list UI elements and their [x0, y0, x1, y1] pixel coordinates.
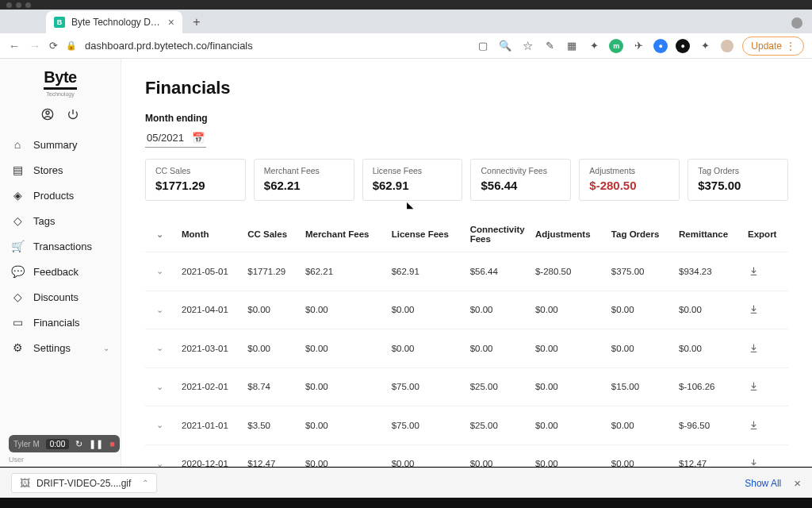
export-button[interactable] — [743, 291, 788, 329]
cell-merch: $0.00 — [301, 329, 387, 368]
cell-merch: $0.00 — [301, 368, 387, 406]
export-button[interactable] — [743, 444, 788, 467]
sidebar-item-settings[interactable]: ⚙Settings⌄ — [0, 335, 121, 360]
cell-conn: $0.00 — [465, 329, 530, 368]
camera-icon[interactable]: ▢ — [476, 39, 490, 53]
ext-badge-dark[interactable]: ● — [676, 39, 690, 53]
sidebar-item-summary[interactable]: ⌂Summary — [0, 132, 121, 157]
stop-icon[interactable]: ■ — [109, 439, 115, 448]
url-text[interactable]: dashboard.prd.bytetech.co/financials — [85, 40, 253, 52]
cell-tag: $0.00 — [607, 444, 674, 467]
sidebar-item-feedback[interactable]: 💬Feedback — [0, 259, 121, 284]
cell-tag: $0.00 — [607, 329, 674, 368]
back-button[interactable]: ← — [8, 39, 21, 52]
expand-row-icon[interactable]: ⌄ — [145, 406, 177, 445]
sidebar-item-stores[interactable]: ▤Stores — [0, 157, 121, 183]
new-tab-button[interactable]: + — [187, 13, 206, 32]
cell-merch: $0.00 — [301, 444, 387, 467]
col-expand[interactable]: ⌄ — [145, 217, 177, 252]
sidebar-item-transactions[interactable]: 🛒Transactions — [0, 233, 121, 259]
cell-conn: $56.44 — [465, 252, 530, 291]
sidebar-item-financials[interactable]: ▭Financials — [0, 310, 121, 335]
cell-month: 2021-03-01 — [177, 329, 243, 368]
cell-adj: $0.00 — [530, 329, 607, 368]
col-remittance[interactable]: Remittance — [674, 217, 743, 252]
screen-recorder[interactable]: Tyler M 0:00 ↻ ❚❚ ■ — [9, 435, 120, 452]
cell-cc: $0.00 — [243, 291, 301, 329]
favicon: B — [54, 17, 65, 28]
ext-icon-1[interactable]: ✎ — [542, 39, 557, 53]
stat-connectivity-fees: Connectivity Fees$56.44 — [470, 159, 571, 201]
cell-rem: $-106.26 — [674, 368, 743, 406]
download-filename: DRIFT-VIDEO-25....gif — [36, 478, 131, 489]
col-connectivity-fees[interactable]: Connectivity Fees — [465, 217, 530, 252]
cell-rem: $12.47 — [674, 444, 743, 467]
chevron-up-icon[interactable]: ⌃ — [142, 479, 148, 487]
expand-row-icon[interactable]: ⌄ — [145, 329, 177, 368]
extensions-icon[interactable]: ✦ — [698, 39, 712, 53]
file-icon: 🖼 — [20, 477, 30, 489]
logo-text: Byte — [44, 68, 76, 90]
download-item[interactable]: 🖼 DRIFT-VIDEO-25....gif ⌃ — [11, 473, 157, 493]
calendar-icon: 📅 — [192, 132, 205, 144]
show-all-downloads[interactable]: Show All — [745, 478, 781, 489]
month-value: 05/2021 — [147, 132, 184, 144]
power-icon[interactable] — [67, 108, 79, 121]
pause-icon[interactable]: ❚❚ — [89, 439, 103, 449]
profile-avatar[interactable] — [791, 17, 802, 29]
traffic-light-max[interactable] — [25, 2, 31, 8]
expand-row-icon[interactable]: ⌄ — [145, 444, 177, 467]
logo: Byte Technology — [0, 59, 121, 102]
cell-cc: $3.50 — [243, 406, 301, 445]
expand-row-icon[interactable]: ⌄ — [145, 368, 177, 406]
col-merchant-fees[interactable]: Merchant Fees — [301, 217, 387, 252]
ext-badge-blue[interactable]: ● — [653, 39, 668, 53]
export-button[interactable] — [743, 368, 788, 406]
tag-icon: ◇ — [11, 214, 24, 227]
col-adjustments[interactable]: Adjustments — [530, 217, 607, 252]
month-picker[interactable]: 05/2021 📅 — [145, 130, 206, 148]
download-icon — [748, 458, 759, 468]
col-license-fees[interactable]: License Fees — [387, 217, 465, 252]
reload-button[interactable]: ⟳ — [49, 40, 58, 52]
traffic-light-min[interactable] — [16, 2, 21, 8]
expand-row-icon[interactable]: ⌄ — [145, 252, 177, 291]
sidebar-item-products[interactable]: ◈Products — [0, 183, 121, 208]
export-button[interactable] — [743, 406, 788, 445]
traffic-light-close[interactable] — [6, 2, 12, 8]
export-button[interactable] — [743, 329, 788, 368]
col-export[interactable]: Export — [743, 217, 788, 252]
ext-icon-3[interactable]: ✦ — [587, 39, 601, 53]
close-tab-icon[interactable]: × — [168, 17, 174, 28]
sidebar-item-tags[interactable]: ◇Tags — [0, 208, 121, 233]
financials-table: ⌄ Month CC Sales Merchant Fees License F… — [145, 217, 788, 467]
stat-license-fees: License Fees$62.91 — [362, 159, 463, 201]
ext-icon-2[interactable]: ▦ — [565, 39, 579, 53]
cart-icon: 🛒 — [11, 240, 24, 252]
restart-icon[interactable]: ↻ — [75, 439, 82, 449]
export-button[interactable] — [743, 252, 788, 291]
cell-lic: $75.00 — [387, 368, 465, 406]
zoom-icon[interactable]: 🔍 — [498, 39, 512, 53]
col-month[interactable]: Month — [177, 217, 243, 252]
sidebar-item-discounts[interactable]: ◇Discounts — [0, 284, 121, 310]
chevron-down-icon: ⌄ — [103, 344, 109, 352]
gear-icon: ⚙ — [11, 341, 24, 354]
cell-merch: $0.00 — [301, 291, 387, 329]
update-button[interactable]: Update ⋮ — [742, 37, 804, 56]
forward-button[interactable]: → — [29, 39, 41, 52]
stat-merchant-fees: Merchant Fees$62.21 — [254, 159, 354, 201]
table-row: ⌄2021-04-01$0.00$0.00$0.00$0.00$0.00$0.0… — [145, 291, 788, 329]
close-download-bar-icon[interactable]: × — [794, 476, 801, 490]
expand-row-icon[interactable]: ⌄ — [145, 291, 177, 329]
ext-badge-green[interactable]: m — [609, 39, 623, 53]
bookmark-star-icon[interactable]: ☆ — [520, 39, 534, 53]
col-tag-orders[interactable]: Tag Orders — [607, 217, 674, 252]
browser-tab[interactable]: B Byte Technology Dashboard × — [46, 11, 182, 33]
ext-icon-4[interactable]: ✈ — [631, 39, 645, 53]
cell-month: 2021-02-01 — [177, 368, 243, 406]
account-icon[interactable] — [41, 108, 54, 121]
col-cc-sales[interactable]: CC Sales — [243, 217, 301, 252]
sidebar-item-label: Summary — [33, 139, 78, 151]
profile-icon[interactable] — [720, 39, 734, 53]
